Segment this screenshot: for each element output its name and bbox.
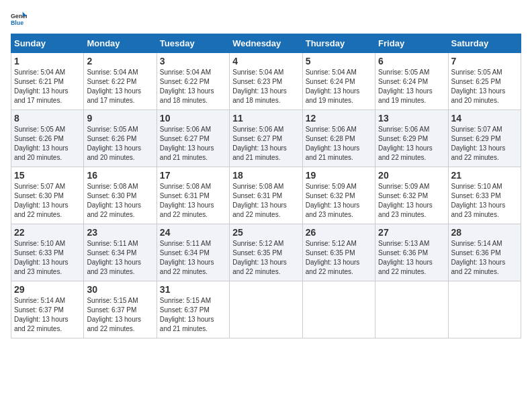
day-number: 20 bbox=[378, 170, 445, 181]
day-number: 26 bbox=[306, 227, 372, 238]
calendar-table: SundayMondayTuesdayWednesdayThursdayFrid… bbox=[11, 34, 521, 338]
day-number: 28 bbox=[451, 227, 518, 238]
calendar-week-2: 8 Sunrise: 5:05 AM Sunset: 6:26 PM Dayli… bbox=[11, 110, 521, 167]
day-info: Sunrise: 5:13 AM Sunset: 6:36 PM Dayligh… bbox=[378, 239, 445, 277]
header-thursday: Thursday bbox=[302, 34, 375, 53]
day-number: 27 bbox=[378, 227, 445, 238]
day-info: Sunrise: 5:07 AM Sunset: 6:30 PM Dayligh… bbox=[14, 182, 81, 220]
day-info: Sunrise: 5:10 AM Sunset: 6:33 PM Dayligh… bbox=[14, 239, 81, 277]
day-info: Sunrise: 5:08 AM Sunset: 6:30 PM Dayligh… bbox=[87, 182, 153, 220]
day-number: 4 bbox=[232, 56, 299, 66]
day-info: Sunrise: 5:12 AM Sunset: 6:35 PM Dayligh… bbox=[232, 239, 299, 277]
calendar-cell: 5 Sunrise: 5:04 AM Sunset: 6:24 PM Dayli… bbox=[302, 53, 375, 110]
day-info: Sunrise: 5:11 AM Sunset: 6:34 PM Dayligh… bbox=[87, 239, 153, 277]
day-info: Sunrise: 5:04 AM Sunset: 6:23 PM Dayligh… bbox=[232, 68, 299, 105]
day-info: Sunrise: 5:05 AM Sunset: 6:26 PM Dayligh… bbox=[87, 125, 153, 163]
day-info: Sunrise: 5:04 AM Sunset: 6:24 PM Dayligh… bbox=[306, 68, 372, 105]
day-number: 31 bbox=[160, 284, 226, 295]
calendar-cell: 16 Sunrise: 5:08 AM Sunset: 6:30 PM Dayl… bbox=[84, 167, 157, 224]
calendar-week-4: 22 Sunrise: 5:10 AM Sunset: 6:33 PM Dayl… bbox=[11, 224, 521, 281]
day-number: 25 bbox=[232, 227, 299, 238]
day-number: 10 bbox=[160, 113, 226, 124]
svg-text:Blue: Blue bbox=[11, 19, 24, 26]
day-info: Sunrise: 5:09 AM Sunset: 6:32 PM Dayligh… bbox=[378, 182, 445, 220]
day-number: 29 bbox=[14, 284, 81, 295]
calendar-cell: 27 Sunrise: 5:13 AM Sunset: 6:36 PM Dayl… bbox=[375, 224, 448, 281]
calendar-cell: 12 Sunrise: 5:06 AM Sunset: 6:28 PM Dayl… bbox=[302, 110, 375, 167]
calendar-cell: 3 Sunrise: 5:04 AM Sunset: 6:22 PM Dayli… bbox=[157, 53, 229, 110]
header-monday: Monday bbox=[84, 34, 157, 53]
calendar-cell: 17 Sunrise: 5:08 AM Sunset: 6:31 PM Dayl… bbox=[157, 167, 229, 224]
day-number: 1 bbox=[14, 56, 81, 66]
header: General Blue bbox=[11, 11, 521, 27]
day-info: Sunrise: 5:14 AM Sunset: 6:37 PM Dayligh… bbox=[14, 296, 81, 334]
calendar-week-1: 1 Sunrise: 5:04 AM Sunset: 6:21 PM Dayli… bbox=[11, 53, 521, 110]
calendar-cell: 10 Sunrise: 5:06 AM Sunset: 6:27 PM Dayl… bbox=[157, 110, 229, 167]
calendar-cell: 7 Sunrise: 5:05 AM Sunset: 6:25 PM Dayli… bbox=[448, 53, 521, 110]
day-number: 2 bbox=[87, 56, 153, 66]
day-info: Sunrise: 5:04 AM Sunset: 6:22 PM Dayligh… bbox=[160, 68, 226, 105]
calendar-cell: 20 Sunrise: 5:09 AM Sunset: 6:32 PM Dayl… bbox=[375, 167, 448, 224]
day-info: Sunrise: 5:04 AM Sunset: 6:21 PM Dayligh… bbox=[14, 68, 81, 105]
day-info: Sunrise: 5:12 AM Sunset: 6:35 PM Dayligh… bbox=[306, 239, 372, 277]
day-info: Sunrise: 5:06 AM Sunset: 6:27 PM Dayligh… bbox=[232, 125, 299, 163]
calendar-cell: 13 Sunrise: 5:06 AM Sunset: 6:29 PM Dayl… bbox=[375, 110, 448, 167]
calendar-cell: 18 Sunrise: 5:08 AM Sunset: 6:31 PM Dayl… bbox=[230, 167, 302, 224]
calendar-cell: 25 Sunrise: 5:12 AM Sunset: 6:35 PM Dayl… bbox=[230, 224, 302, 281]
header-sunday: Sunday bbox=[11, 34, 84, 53]
day-info: Sunrise: 5:06 AM Sunset: 6:27 PM Dayligh… bbox=[160, 125, 226, 163]
day-number: 3 bbox=[160, 56, 226, 66]
day-number: 23 bbox=[87, 227, 153, 238]
calendar-cell: 28 Sunrise: 5:14 AM Sunset: 6:36 PM Dayl… bbox=[448, 224, 521, 281]
day-number: 22 bbox=[14, 227, 81, 238]
calendar-cell: 11 Sunrise: 5:06 AM Sunset: 6:27 PM Dayl… bbox=[230, 110, 302, 167]
day-info: Sunrise: 5:14 AM Sunset: 6:36 PM Dayligh… bbox=[451, 239, 518, 277]
calendar-cell: 24 Sunrise: 5:11 AM Sunset: 6:34 PM Dayl… bbox=[157, 224, 229, 281]
day-number: 8 bbox=[14, 113, 81, 124]
day-info: Sunrise: 5:11 AM Sunset: 6:34 PM Dayligh… bbox=[160, 239, 226, 277]
day-info: Sunrise: 5:05 AM Sunset: 6:26 PM Dayligh… bbox=[14, 125, 81, 163]
calendar-cell bbox=[302, 281, 375, 338]
day-number: 14 bbox=[451, 113, 518, 124]
header-wednesday: Wednesday bbox=[230, 34, 302, 53]
day-number: 5 bbox=[306, 56, 372, 66]
day-number: 9 bbox=[87, 113, 153, 124]
calendar-cell: 2 Sunrise: 5:04 AM Sunset: 6:22 PM Dayli… bbox=[84, 53, 157, 110]
calendar-cell: 8 Sunrise: 5:05 AM Sunset: 6:26 PM Dayli… bbox=[11, 110, 84, 167]
calendar-cell: 26 Sunrise: 5:12 AM Sunset: 6:35 PM Dayl… bbox=[302, 224, 375, 281]
calendar-cell: 23 Sunrise: 5:11 AM Sunset: 6:34 PM Dayl… bbox=[84, 224, 157, 281]
day-number: 19 bbox=[306, 170, 372, 181]
day-info: Sunrise: 5:05 AM Sunset: 6:24 PM Dayligh… bbox=[378, 68, 445, 105]
logo: General Blue bbox=[11, 11, 30, 27]
calendar-cell: 14 Sunrise: 5:07 AM Sunset: 6:29 PM Dayl… bbox=[448, 110, 521, 167]
logo-icon: General Blue bbox=[11, 11, 27, 27]
day-info: Sunrise: 5:10 AM Sunset: 6:33 PM Dayligh… bbox=[451, 182, 518, 220]
day-info: Sunrise: 5:05 AM Sunset: 6:25 PM Dayligh… bbox=[451, 68, 518, 105]
day-info: Sunrise: 5:15 AM Sunset: 6:37 PM Dayligh… bbox=[87, 296, 153, 334]
day-number: 30 bbox=[87, 284, 153, 295]
day-number: 18 bbox=[232, 170, 299, 181]
day-info: Sunrise: 5:07 AM Sunset: 6:29 PM Dayligh… bbox=[451, 125, 518, 163]
header-saturday: Saturday bbox=[448, 34, 521, 53]
day-number: 6 bbox=[378, 56, 445, 66]
calendar-cell: 6 Sunrise: 5:05 AM Sunset: 6:24 PM Dayli… bbox=[375, 53, 448, 110]
day-number: 7 bbox=[451, 56, 518, 66]
day-number: 21 bbox=[451, 170, 518, 181]
calendar-cell: 19 Sunrise: 5:09 AM Sunset: 6:32 PM Dayl… bbox=[302, 167, 375, 224]
calendar-cell: 9 Sunrise: 5:05 AM Sunset: 6:26 PM Dayli… bbox=[84, 110, 157, 167]
day-info: Sunrise: 5:06 AM Sunset: 6:28 PM Dayligh… bbox=[306, 125, 372, 163]
header-friday: Friday bbox=[375, 34, 448, 53]
calendar-week-5: 29 Sunrise: 5:14 AM Sunset: 6:37 PM Dayl… bbox=[11, 281, 521, 338]
day-info: Sunrise: 5:08 AM Sunset: 6:31 PM Dayligh… bbox=[160, 182, 226, 220]
day-info: Sunrise: 5:08 AM Sunset: 6:31 PM Dayligh… bbox=[232, 182, 299, 220]
calendar-cell bbox=[448, 281, 521, 338]
calendar-header-row: SundayMondayTuesdayWednesdayThursdayFrid… bbox=[11, 34, 521, 53]
calendar-cell bbox=[230, 281, 302, 338]
day-info: Sunrise: 5:04 AM Sunset: 6:22 PM Dayligh… bbox=[87, 68, 153, 105]
calendar-cell: 15 Sunrise: 5:07 AM Sunset: 6:30 PM Dayl… bbox=[11, 167, 84, 224]
day-number: 17 bbox=[160, 170, 226, 181]
day-number: 15 bbox=[14, 170, 81, 181]
calendar-cell bbox=[375, 281, 448, 338]
day-info: Sunrise: 5:15 AM Sunset: 6:37 PM Dayligh… bbox=[160, 296, 226, 334]
day-number: 12 bbox=[306, 113, 372, 124]
